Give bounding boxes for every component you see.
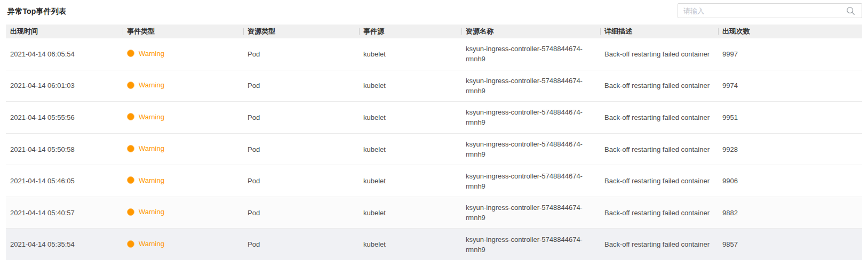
cell-event_source: kubelet bbox=[359, 112, 461, 123]
warning-dot-icon bbox=[127, 145, 134, 152]
cell-description: Back-off restarting failed container bbox=[600, 208, 718, 218]
cell-description: Back-off restarting failed container bbox=[600, 49, 718, 59]
cell-time: 2021-04-14 05:35:54 bbox=[6, 239, 123, 249]
cell-resource_name: ksyun-ingress-controller-5748844674-rmnh… bbox=[461, 76, 600, 96]
events-table: 出现时间事件类型资源类型事件源资源名称详细描述出现次数 2021-04-14 0… bbox=[6, 25, 862, 260]
warning-dot-icon bbox=[127, 82, 134, 89]
cell-count: 9997 bbox=[718, 49, 862, 59]
title-bar: 异常Top事件列表 bbox=[0, 0, 868, 25]
cell-event_source: kubelet bbox=[359, 49, 461, 59]
event-type-badge: Warning bbox=[127, 80, 164, 90]
table-row: 2021-04-14 05:46:05WarningPodkubeletksyu… bbox=[6, 165, 862, 197]
warning-dot-icon bbox=[127, 50, 134, 57]
column-header-label: 出现次数 bbox=[722, 27, 750, 36]
column-header-resource_name: 资源名称 bbox=[461, 25, 600, 38]
cell-event_type: Warning bbox=[123, 239, 243, 250]
cell-time: 2021-04-14 05:55:56 bbox=[6, 112, 123, 123]
warning-dot-icon bbox=[127, 240, 134, 248]
cell-resource_type: Pod bbox=[243, 112, 359, 123]
cell-count: 9928 bbox=[718, 144, 862, 155]
column-header-label: 出现时间 bbox=[10, 27, 38, 36]
table-row: 2021-04-14 06:01:03WarningPodkubeletksyu… bbox=[6, 70, 862, 102]
table-row: 2021-04-14 05:40:57WarningPodkubeletksyu… bbox=[6, 197, 862, 229]
event-type-badge: Warning bbox=[127, 112, 164, 122]
table-row: 2021-04-14 06:05:54WarningPodkubeletksyu… bbox=[6, 38, 862, 70]
cell-resource_type: Pod bbox=[243, 208, 359, 218]
cell-event_type: Warning bbox=[123, 80, 243, 92]
table-body: 2021-04-14 06:05:54WarningPodkubeletksyu… bbox=[6, 38, 862, 260]
search-icon[interactable] bbox=[846, 6, 855, 15]
cell-event_source: kubelet bbox=[359, 80, 461, 91]
event-type-label: Warning bbox=[139, 80, 164, 90]
page-title: 异常Top事件列表 bbox=[7, 7, 66, 17]
cell-resource_type: Pod bbox=[243, 80, 359, 91]
event-type-badge: Warning bbox=[127, 175, 164, 185]
cell-event_type: Warning bbox=[123, 112, 243, 124]
event-type-label: Warning bbox=[139, 175, 164, 185]
event-type-label: Warning bbox=[139, 239, 164, 249]
cell-time: 2021-04-14 05:40:57 bbox=[6, 208, 123, 218]
event-type-badge: Warning bbox=[127, 143, 164, 153]
cell-resource_name: ksyun-ingress-controller-5748844674-rmnh… bbox=[461, 234, 600, 255]
cell-time: 2021-04-14 05:50:58 bbox=[6, 144, 123, 155]
column-header-count: 出现次数 bbox=[718, 25, 862, 38]
column-header-label: 资源名称 bbox=[466, 27, 493, 36]
cell-time: 2021-04-14 06:01:03 bbox=[6, 80, 123, 91]
column-header-description: 详细描述 bbox=[600, 25, 718, 38]
cell-event_type: Warning bbox=[123, 48, 243, 60]
column-header-event_source: 事件源 bbox=[359, 25, 461, 38]
cell-event_source: kubelet bbox=[359, 176, 461, 186]
event-type-label: Warning bbox=[139, 207, 164, 217]
event-type-badge: Warning bbox=[127, 239, 164, 249]
event-type-label: Warning bbox=[139, 112, 164, 122]
cell-description: Back-off restarting failed container bbox=[600, 80, 718, 91]
table-row: 2021-04-14 05:55:56WarningPodkubeletksyu… bbox=[6, 102, 862, 134]
cell-event_type: Warning bbox=[123, 207, 243, 218]
search-input[interactable] bbox=[678, 7, 846, 15]
cell-description: Back-off restarting failed container bbox=[600, 176, 718, 186]
table-header: 出现时间事件类型资源类型事件源资源名称详细描述出现次数 bbox=[6, 25, 862, 38]
cell-description: Back-off restarting failed container bbox=[600, 144, 718, 155]
cell-event_source: kubelet bbox=[359, 144, 461, 155]
cell-count: 9906 bbox=[718, 176, 862, 186]
warning-dot-icon bbox=[127, 176, 134, 184]
cell-resource_name: ksyun-ingress-controller-5748844674-rmnh… bbox=[461, 202, 600, 223]
column-header-label: 事件源 bbox=[363, 27, 384, 36]
column-header-label: 资源类型 bbox=[248, 27, 275, 36]
column-header-resource_type: 资源类型 bbox=[243, 25, 359, 38]
cell-resource_name: ksyun-ingress-controller-5748844674-rmnh… bbox=[461, 139, 600, 159]
table-row: 2021-04-14 05:35:54WarningPodkubeletksyu… bbox=[6, 229, 862, 260]
cell-event_source: kubelet bbox=[359, 239, 461, 249]
cell-event_source: kubelet bbox=[359, 208, 461, 218]
event-type-badge: Warning bbox=[127, 207, 164, 217]
cell-resource_type: Pod bbox=[243, 239, 359, 249]
cell-count: 9951 bbox=[718, 112, 862, 123]
cell-count: 9974 bbox=[718, 80, 862, 91]
cell-event_type: Warning bbox=[123, 175, 243, 187]
cell-resource_type: Pod bbox=[243, 49, 359, 59]
cell-count: 9882 bbox=[718, 208, 862, 218]
warning-dot-icon bbox=[127, 208, 134, 216]
table-row: 2021-04-14 05:50:58WarningPodkubeletksyu… bbox=[6, 134, 862, 166]
search-box[interactable] bbox=[678, 3, 862, 18]
warning-dot-icon bbox=[127, 113, 134, 120]
cell-description: Back-off restarting failed container bbox=[600, 112, 718, 123]
column-header-label: 事件类型 bbox=[127, 27, 155, 36]
cell-resource_name: ksyun-ingress-controller-5748844674-rmnh… bbox=[461, 107, 600, 127]
cell-event_type: Warning bbox=[123, 143, 243, 155]
cell-time: 2021-04-14 05:46:05 bbox=[6, 176, 123, 186]
event-type-badge: Warning bbox=[127, 48, 164, 59]
column-header-time: 出现时间 bbox=[6, 25, 123, 38]
column-header-label: 详细描述 bbox=[604, 27, 632, 36]
event-type-label: Warning bbox=[139, 48, 164, 59]
column-header-event_type: 事件类型 bbox=[123, 25, 243, 38]
cell-count: 9857 bbox=[718, 239, 862, 249]
cell-resource_type: Pod bbox=[243, 144, 359, 155]
cell-resource_type: Pod bbox=[243, 176, 359, 186]
cell-resource_name: ksyun-ingress-controller-5748844674-rmnh… bbox=[461, 171, 600, 191]
event-type-label: Warning bbox=[139, 143, 164, 153]
cell-time: 2021-04-14 06:05:54 bbox=[6, 49, 123, 59]
cell-resource_name: ksyun-ingress-controller-5748844674-rmnh… bbox=[461, 44, 600, 64]
cell-description: Back-off restarting failed container bbox=[600, 239, 718, 249]
